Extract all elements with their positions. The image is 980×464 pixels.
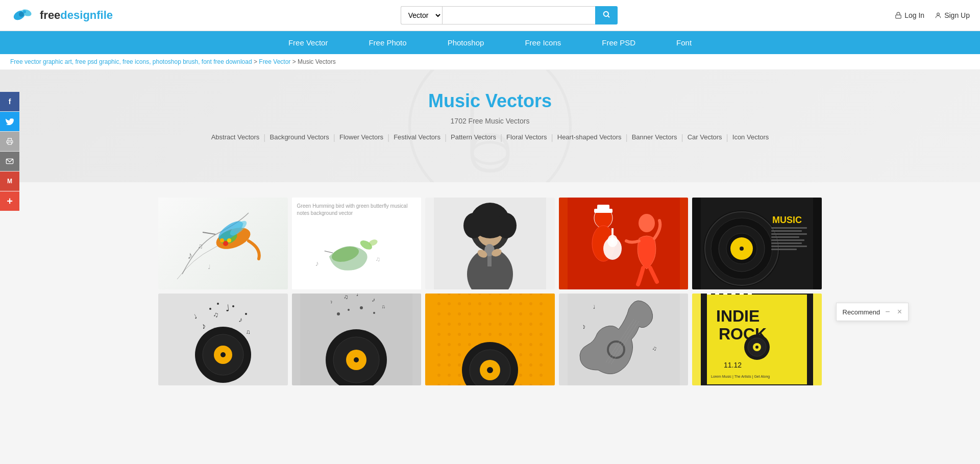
logo-area: freedesignfile — [10, 5, 113, 26]
nav-photoshop[interactable]: Photoshop — [427, 31, 505, 54]
social-gmail-button[interactable]: M — [0, 172, 19, 191]
header-right: Log In Sign Up — [895, 11, 970, 19]
svg-rect-113 — [807, 294, 813, 385]
search-icon — [602, 10, 610, 18]
signup-link[interactable]: Sign Up — [935, 11, 970, 19]
lock-icon — [895, 12, 902, 19]
svg-point-86 — [348, 309, 350, 311]
svg-point-78 — [245, 313, 247, 315]
svg-point-3 — [23, 10, 26, 13]
search-select[interactable]: Vector — [401, 6, 442, 25]
svg-point-7 — [937, 13, 940, 15]
indie-rock-poster: INDIE ROCK 11.12 Lorem Music | The Artis… — [701, 294, 813, 385]
hero-tags: Abstract Vectors | Background Vectors | … — [10, 133, 970, 142]
svg-point-92 — [354, 357, 359, 362]
image-card[interactable]: MUSIC — [692, 198, 822, 289]
social-email-button[interactable] — [0, 152, 19, 171]
tag-flower-vectors[interactable]: Flower Vectors — [339, 133, 383, 142]
twitter-icon — [6, 118, 14, 125]
social-twitter-button[interactable] — [0, 112, 19, 131]
tag-car-vectors[interactable]: Car Vectors — [688, 133, 722, 142]
nav-free-psd[interactable]: Free PSD — [581, 31, 656, 54]
svg-text:♩: ♩ — [208, 263, 211, 271]
tag-pattern-vectors[interactable]: Pattern Vectors — [451, 133, 496, 142]
svg-point-21 — [227, 238, 231, 242]
social-facebook-button[interactable]: f — [0, 92, 19, 111]
nav-free-photo[interactable]: Free Photo — [348, 31, 427, 54]
image-card[interactable]: ♪ ♫ ♩ — [158, 198, 288, 289]
image-card[interactable]: ♪ ♫ ♩ ♪ ♫ — [292, 294, 422, 385]
svg-point-87 — [360, 306, 363, 309]
orange-pattern-image — [434, 294, 546, 385]
svg-text:♫: ♫ — [198, 242, 203, 250]
svg-rect-114 — [707, 294, 711, 295]
breadcrumb-current: Music Vectors — [298, 58, 336, 65]
svg-rect-115 — [715, 294, 719, 295]
svg-rect-111 — [701, 384, 813, 385]
svg-rect-63 — [771, 249, 797, 250]
breadcrumb: Free vector graphic art, free psd graphi… — [0, 54, 980, 70]
image-card[interactable]: ♪ ♫ ♩ — [559, 294, 689, 385]
login-link[interactable]: Log In — [895, 11, 924, 19]
svg-text:♪: ♪ — [315, 259, 318, 267]
svg-text:MUSIC: MUSIC — [772, 215, 802, 225]
image-card[interactable] — [425, 198, 555, 289]
breadcrumb-home[interactable]: Free vector graphic art, free psd graphi… — [10, 58, 252, 65]
svg-rect-119 — [748, 294, 752, 295]
svg-point-68 — [220, 352, 226, 357]
svg-line-5 — [608, 16, 609, 17]
image-card[interactable]: ♪ ♫ ♩ ♪ ♫ ♩ — [158, 294, 288, 385]
search-area: Vector — [401, 6, 618, 25]
header: freedesignfile Vector Log In Sign Up — [0, 0, 980, 31]
popup-minimize-button[interactable]: − — [885, 307, 890, 316]
nav-free-icons[interactable]: Free Icons — [504, 31, 581, 54]
svg-rect-116 — [723, 294, 727, 295]
nav-free-vector[interactable]: Free Vector — [268, 31, 349, 54]
social-print-button[interactable] — [0, 132, 19, 151]
svg-text:♫: ♫ — [375, 256, 380, 263]
green-hummingbird-image: ♪ ♫ — [297, 219, 389, 284]
social-plus-button[interactable]: + — [0, 191, 19, 211]
recommend-label: Recommend — [843, 308, 880, 316]
svg-point-125 — [755, 346, 758, 349]
logo-text: freedesignfile — [40, 9, 113, 22]
svg-rect-112 — [701, 294, 707, 385]
vinyl-music-poster: MUSIC — [701, 198, 813, 289]
svg-rect-61 — [771, 242, 802, 244]
email-icon — [6, 158, 14, 164]
svg-rect-59 — [771, 236, 799, 238]
svg-point-46 — [639, 214, 655, 232]
svg-point-19 — [223, 241, 228, 246]
image-card[interactable]: Green Humming bird with green butterfly … — [292, 198, 422, 289]
image-card[interactable] — [425, 294, 555, 385]
hero-count: 1702 Free Music Vectors — [10, 117, 970, 125]
image-card[interactable] — [559, 198, 689, 289]
main-nav: Free Vector Free Photo Photoshop Free Ic… — [0, 31, 980, 54]
search-button[interactable] — [595, 6, 618, 25]
svg-rect-117 — [731, 294, 736, 295]
tag-banner-vectors[interactable]: Banner Vectors — [632, 133, 677, 142]
svg-rect-6 — [896, 15, 901, 18]
svg-rect-118 — [740, 294, 744, 295]
svg-text:INDIE: INDIE — [716, 307, 760, 325]
tag-festival-vectors[interactable]: Festival Vectors — [394, 133, 440, 142]
breadcrumb-section[interactable]: Free Vector — [259, 58, 290, 65]
tag-icon-vectors[interactable]: Icon Vectors — [732, 133, 769, 142]
svg-point-99 — [487, 367, 493, 373]
search-input[interactable] — [442, 6, 595, 25]
tag-abstract-vectors[interactable]: Abstract Vectors — [211, 133, 260, 142]
tag-heartshaped-vectors[interactable]: Heart-shaped Vectors — [557, 133, 622, 142]
svg-point-88 — [373, 312, 375, 314]
print-icon — [6, 138, 14, 145]
tag-background-vectors[interactable]: Background Vectors — [270, 133, 329, 142]
nav-font[interactable]: Font — [656, 31, 712, 54]
svg-point-77 — [232, 305, 234, 307]
image-card[interactable]: INDIE ROCK 11.12 Lorem Music | The Artis… — [692, 294, 822, 385]
svg-rect-8 — [8, 142, 12, 144]
popup-close-button[interactable]: × — [897, 307, 902, 316]
svg-point-76 — [217, 303, 219, 305]
svg-rect-57 — [771, 230, 802, 232]
hero-bg-decoration — [401, 70, 579, 182]
svg-rect-62 — [771, 246, 807, 247]
tag-floral-vectors[interactable]: Floral Vectors — [506, 133, 547, 142]
